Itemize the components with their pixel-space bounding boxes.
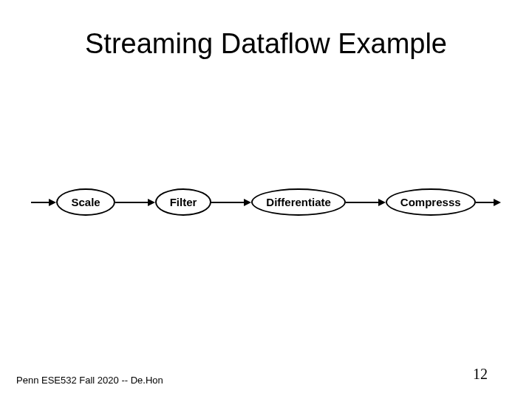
dataflow-diagram: Scale Filter Differentiate Compresss xyxy=(15,188,517,216)
node-filter: Filter xyxy=(155,188,212,216)
node-scale: Scale xyxy=(56,188,115,216)
arrow-icon xyxy=(31,199,56,206)
node-compresss: Compresss xyxy=(386,188,476,216)
arrow-icon xyxy=(115,199,155,206)
page-number: 12 xyxy=(473,366,488,383)
node-differentiate: Differentiate xyxy=(251,188,346,216)
footer-left: Penn ESE532 Fall 2020 -- De.Hon xyxy=(16,375,163,386)
slide-title: Streaming Dataflow Example xyxy=(0,0,532,60)
arrow-icon xyxy=(211,199,251,206)
arrow-icon xyxy=(476,199,501,206)
arrow-icon xyxy=(346,199,386,206)
